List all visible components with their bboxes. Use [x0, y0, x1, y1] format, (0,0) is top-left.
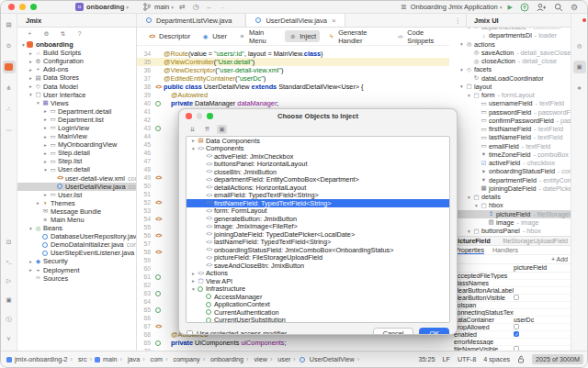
tree-item[interactable]: DemoDataInitializer.java com.compan	[17, 240, 136, 249]
property-row[interactable]: colspan	[449, 302, 572, 309]
tree-item[interactable]: ▾ details	[449, 193, 572, 201]
zoom-window-button[interactable]	[30, 4, 37, 10]
code-line[interactable]: 34 @Route(value = "users/:id", layout = …	[137, 50, 449, 58]
tree-item[interactable]: departmentsDl - loader	[449, 31, 572, 39]
property-row[interactable]: clearButtonAriaLabel	[449, 287, 572, 295]
cancel-button[interactable]: Cancel	[373, 328, 414, 336]
toolbar-icon[interactable]	[26, 30, 34, 38]
dialog-toolbar-icon[interactable]	[217, 125, 227, 134]
tree-item[interactable]: ▾ User Interface	[17, 91, 136, 99]
editor-toolbar-button[interactable]: Code Snippets	[392, 28, 449, 47]
tool-window-button[interactable]	[3, 313, 16, 326]
gutter[interactable]	[153, 232, 164, 240]
tool-window-button[interactable]	[3, 255, 16, 268]
memory-indicator[interactable]: 2025 of 3000M	[532, 354, 583, 364]
branch-widget[interactable]: main	[154, 3, 169, 11]
tree-chevron-icon[interactable]: ▾	[28, 226, 34, 231]
editor-tab[interactable]: DepartmentListView.java	[137, 14, 245, 27]
tree-chevron-icon[interactable]: ▾	[466, 229, 472, 234]
tab-options-icon[interactable]: ⋮	[450, 14, 467, 27]
caret-position-widget[interactable]: 35:25	[418, 355, 435, 363]
breadcrumb-item[interactable]: UserDetailView ›	[299, 355, 359, 363]
tree-chevron-icon[interactable]: ▸	[42, 159, 49, 164]
property-checkbox[interactable]	[514, 331, 519, 337]
tree-item[interactable]: Main Menu	[17, 216, 136, 224]
tree-item[interactable]: image - image	[449, 218, 572, 227]
inject-candidate-item[interactable]: firstNameField: TypedTextField<String>	[187, 199, 449, 207]
inject-candidate-item[interactable]: lastNameField: TypedTextField<String>	[187, 239, 449, 247]
tree-chevron-icon[interactable]: ▾	[20, 42, 27, 48]
gutter[interactable]	[153, 249, 164, 256]
tree-item[interactable]: ▾ form - formLayout	[449, 91, 572, 99]
toolbar-icon[interactable]	[42, 30, 51, 38]
tree-item[interactable]: ▾ Views	[17, 99, 136, 107]
tree-chevron-icon[interactable]: ▸	[42, 134, 49, 139]
tree-chevron-icon[interactable]: ▾	[190, 286, 197, 292]
editor-tab[interactable]: UserDetailView.java ×	[245, 14, 345, 27]
property-row[interactable]: dataContainer userDc	[449, 317, 572, 324]
tree-item[interactable]: Message Bundle	[17, 207, 136, 216]
code-line[interactable]: 37 @EditedEntityContainer("userDc")	[137, 74, 449, 83]
tree-item[interactable]: ▸ Build Scripts	[17, 49, 136, 57]
property-checkbox[interactable]	[514, 324, 519, 329]
close-tab-icon[interactable]: ×	[332, 17, 336, 25]
inject-candidate-item[interactable]: ▸ View API	[187, 277, 449, 285]
tree-item[interactable]: ▾ departmentsDc - collection	[449, 28, 572, 31]
inject-candidate-item[interactable]: activeField: JmixCheckbox	[187, 152, 449, 161]
ok-button[interactable]: OK	[419, 328, 449, 336]
tree-chevron-icon[interactable]: ▾	[458, 67, 465, 72]
tree-item[interactable]: activeField - checkbox	[449, 159, 572, 167]
inject-candidate-item[interactable]: generateButton: JmixButton	[187, 215, 449, 223]
gutter[interactable]	[153, 174, 164, 182]
add-property-button[interactable]: + Add	[551, 256, 568, 262]
tree-chevron-icon[interactable]: ▸	[42, 151, 49, 156]
run-button[interactable]: ▶	[508, 4, 513, 11]
inject-candidate-item[interactable]: ▾ Infrastructure	[187, 285, 449, 294]
tree-chevron-icon[interactable]: ▸	[190, 278, 197, 284]
tree-item[interactable]: passwordField - passwordField	[449, 108, 572, 117]
property-row[interactable]: errorMessage	[449, 339, 572, 346]
gutter[interactable]	[153, 340, 164, 346]
tree-chevron-icon[interactable]: ▾	[466, 93, 472, 98]
tree-item[interactable]: UserStepEventListener.java com.comp	[17, 249, 136, 257]
tree-item[interactable]: saveAction - detail_saveClose	[449, 49, 572, 57]
inject-candidate-item[interactable]: CurrentUserSubstitution	[187, 317, 449, 324]
property-row[interactable]: connectingStatusText	[449, 309, 572, 317]
tree-chevron-icon[interactable]: ▸	[28, 75, 34, 81]
minimize-window-button[interactable]	[19, 4, 26, 10]
redeploy-button[interactable]	[520, 3, 529, 12]
breadcrumb-item[interactable]: onboarding ›	[208, 355, 248, 363]
inject-candidate-item[interactable]: ApplicationContext	[187, 301, 449, 309]
gutter[interactable]	[153, 274, 164, 280]
tree-item[interactable]: ▸ Themes	[17, 199, 136, 207]
gutter[interactable]	[153, 199, 164, 206]
close-window-button[interactable]	[8, 4, 15, 10]
property-row[interactable]: acceptedFileTypes	[449, 273, 572, 280]
tree-chevron-icon[interactable]: ▾	[190, 146, 197, 151]
tool-window-button[interactable]	[3, 61, 16, 73]
tree-item[interactable]: departmentField - entityComboBox	[449, 176, 572, 184]
inject-candidate-item[interactable]: closeBtn: JmixButton	[187, 168, 449, 176]
project-widget[interactable]: onboarding	[86, 3, 124, 11]
tree-chevron-icon[interactable]: ▾	[466, 195, 472, 200]
tree-item[interactable]: ▾ onboarding	[17, 40, 136, 49]
tool-window-button[interactable]	[3, 103, 16, 116]
tree-item[interactable]: ▸ User.list	[17, 191, 136, 199]
search-icon[interactable]	[554, 3, 563, 12]
tree-chevron-icon[interactable]: ▸	[42, 142, 49, 148]
code-line[interactable]: 38 public class UserDetailView extends S…	[137, 83, 449, 91]
tree-chevron-icon[interactable]: ▸	[190, 271, 197, 276]
tool-window-button[interactable]	[573, 39, 586, 52]
breadcrumb-item[interactable]: main ›	[95, 355, 122, 363]
tree-item[interactable]: Sources	[17, 274, 136, 283]
inject-candidate-item[interactable]: form: FormLayout	[187, 207, 449, 216]
tree-chevron-icon[interactable]: ▸	[35, 200, 41, 206]
inject-candidate-item[interactable]: emailField: TypedTextField<String>	[187, 192, 449, 200]
encoding-widget[interactable]: UTF-8	[458, 355, 476, 363]
editor-toolbar-button[interactable]: User	[198, 30, 231, 42]
tree-item[interactable]: ▸ MainView	[17, 132, 136, 140]
line-separator-widget[interactable]: LF	[442, 355, 449, 363]
navigate-back-button[interactable]: ←	[206, 3, 213, 11]
properties-tab[interactable]: Properties	[455, 247, 484, 254]
code-line[interactable]: 35 @ViewController("User.detail")	[137, 58, 449, 66]
